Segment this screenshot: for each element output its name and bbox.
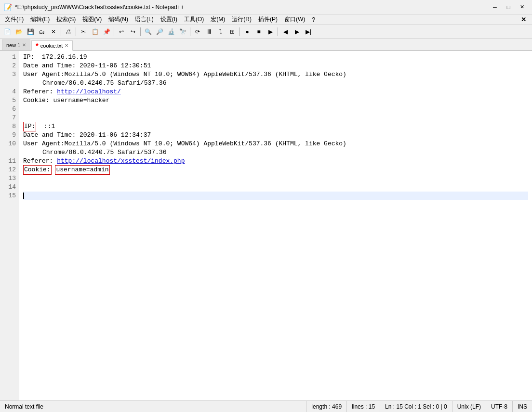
code-line-6 bbox=[23, 105, 528, 114]
line-num-3b bbox=[0, 79, 19, 88]
menu-window[interactable]: 窗口(W) bbox=[281, 14, 308, 25]
line-num-8: 8 bbox=[0, 122, 19, 131]
tab-cookie-label: cookie.txt bbox=[40, 43, 63, 49]
line-num-3: 3 bbox=[0, 70, 19, 79]
line-num-5: 5 bbox=[0, 96, 19, 105]
tab-new1-label: new 1 bbox=[6, 42, 20, 48]
tb-find[interactable]: 🔍 bbox=[143, 26, 153, 37]
status-lines: lines : 15 bbox=[347, 401, 380, 412]
menu-encode[interactable]: 编码(N) bbox=[106, 14, 131, 25]
status-encoding: UTF-8 bbox=[486, 401, 513, 412]
line-num-9: 9 bbox=[0, 131, 19, 140]
tab-bar: new 1 ✕ * cookie.txt ✕ bbox=[0, 39, 532, 51]
code-line-3b: Chrome/86.0.4240.75 Safari/537.36 bbox=[23, 79, 528, 88]
tb-zoom[interactable]: 🔭 bbox=[177, 26, 188, 37]
line-num-10b bbox=[0, 148, 19, 157]
status-mode: INS bbox=[513, 401, 532, 412]
status-position: Ln : 15 Col : 1 Sel : 0 | 0 bbox=[380, 401, 452, 412]
status-lineending: Unix (LF) bbox=[452, 401, 486, 412]
tb-next[interactable]: ▶ bbox=[292, 26, 302, 37]
minimize-button[interactable]: ─ bbox=[489, 2, 501, 12]
close-button[interactable]: ✕ bbox=[516, 2, 528, 12]
line-num-4: 4 bbox=[0, 88, 19, 96]
cookie-highlight-12: Cookie: bbox=[23, 165, 52, 175]
tb-sep6 bbox=[239, 27, 240, 36]
menu-view[interactable]: 视图(V) bbox=[80, 14, 105, 25]
tb-zoomin[interactable]: 🔬 bbox=[166, 26, 176, 37]
code-line-3: User Agent:Mozilla/5.0 (Windows NT 10.0;… bbox=[23, 70, 528, 79]
link-localhost[interactable]: http://localhost/ bbox=[57, 88, 121, 95]
tb-mono[interactable]: Ⅲ bbox=[204, 26, 214, 37]
line-num-13: 13 bbox=[0, 174, 19, 183]
menu-search[interactable]: 搜索(S) bbox=[53, 14, 79, 25]
tab-new1[interactable]: new 1 ✕ bbox=[2, 39, 30, 50]
line-num-6: 6 bbox=[0, 105, 19, 114]
line-num-7: 7 bbox=[0, 114, 19, 122]
code-line-1: IP: 172.26.16.19 bbox=[23, 53, 528, 62]
tb-sep5 bbox=[190, 27, 190, 36]
tb-sync[interactable]: ⟳ bbox=[192, 26, 203, 37]
tb-sep1 bbox=[61, 27, 61, 36]
tab-cookie-modified-icon: * bbox=[36, 42, 38, 50]
tb-print[interactable]: 🖨 bbox=[63, 26, 74, 37]
code-line-8: IP: ::1 bbox=[23, 122, 528, 131]
window-title: *E:\phpstudy_pro\WWW\CrackTest\xsstest\c… bbox=[15, 4, 184, 11]
tb-sep7 bbox=[278, 27, 278, 36]
maximize-button[interactable]: □ bbox=[502, 2, 515, 12]
menu-help[interactable]: ? bbox=[309, 15, 318, 24]
tb-close[interactable]: ✕ bbox=[48, 26, 59, 37]
tb-macro3[interactable]: ▶ bbox=[265, 26, 276, 37]
status-filetype: Normal text file bbox=[0, 401, 306, 412]
code-line-14 bbox=[23, 183, 528, 192]
menu-macro[interactable]: 宏(M) bbox=[208, 14, 228, 25]
status-bar: Normal text file length : 469 lines : 15… bbox=[0, 400, 532, 412]
tb-new[interactable]: 📄 bbox=[2, 26, 13, 37]
tab-new1-close[interactable]: ✕ bbox=[22, 42, 26, 48]
status-length: length : 469 bbox=[306, 401, 347, 412]
tb-last[interactable]: ▶| bbox=[303, 26, 314, 37]
tb-copy[interactable]: 📋 bbox=[90, 26, 100, 37]
line-num-11: 11 bbox=[0, 157, 19, 166]
menu-file[interactable]: 文件(F) bbox=[2, 14, 27, 25]
menu-plugins[interactable]: 插件(P) bbox=[255, 14, 280, 25]
tb-indent[interactable]: ⊞ bbox=[227, 26, 238, 37]
menu-edit[interactable]: 编辑(E) bbox=[27, 14, 53, 25]
code-line-9: Date and Time: 2020-11-06 12:34:37 bbox=[23, 131, 528, 140]
link-xsstest[interactable]: http://localhost/xsstest/index.php bbox=[57, 157, 185, 165]
tb-open[interactable]: 📂 bbox=[13, 26, 24, 37]
menu-settings[interactable]: 设置(I) bbox=[158, 14, 180, 25]
line-num-10: 10 bbox=[0, 140, 19, 148]
tb-redo[interactable]: ↪ bbox=[128, 26, 138, 37]
code-line-5: Cookie: username=hacker bbox=[23, 96, 528, 105]
value-highlight-12: username=admin bbox=[55, 165, 109, 175]
menu-close-button[interactable]: ✕ bbox=[517, 15, 530, 24]
tb-replace[interactable]: 🔎 bbox=[154, 26, 165, 37]
line-num-14: 14 bbox=[0, 183, 19, 192]
menu-lang[interactable]: 语言(L) bbox=[132, 14, 157, 25]
title-bar: 📝 *E:\phpstudy_pro\WWW\CrackTest\xsstest… bbox=[0, 0, 532, 14]
line-num-12: 12 bbox=[0, 166, 19, 174]
code-area[interactable]: IP: 172.26.16.19 Date and Time: 2020-11-… bbox=[19, 51, 532, 400]
menu-tools[interactable]: 工具(O) bbox=[181, 14, 207, 25]
line-num-15: 15 bbox=[0, 192, 19, 200]
tb-saveall[interactable]: 🗂 bbox=[37, 26, 47, 37]
code-line-4: Referer: http://localhost/ bbox=[23, 88, 528, 96]
tb-prev[interactable]: ◀ bbox=[280, 26, 291, 37]
tb-paste[interactable]: 📌 bbox=[101, 26, 112, 37]
code-line-15 bbox=[23, 192, 528, 200]
tab-cookie-close[interactable]: ✕ bbox=[65, 43, 68, 48]
tb-macro1[interactable]: ● bbox=[242, 26, 253, 37]
tb-sep2 bbox=[76, 27, 76, 36]
menu-bar: 文件(F) 编辑(E) 搜索(S) 视图(V) 编码(N) 语言(L) 设置(I… bbox=[0, 14, 532, 25]
tb-macro2[interactable]: ■ bbox=[253, 26, 264, 37]
tb-wrap[interactable]: ⤵ bbox=[215, 26, 226, 37]
menu-run[interactable]: 运行(R) bbox=[229, 14, 254, 25]
line-num-1: 1 bbox=[0, 53, 19, 62]
editor-container: 1 2 3 4 5 6 7 8 9 10 11 12 13 14 15 IP: … bbox=[0, 51, 532, 400]
code-line-7 bbox=[23, 114, 528, 122]
tb-undo[interactable]: ↩ bbox=[116, 26, 127, 37]
tb-cut[interactable]: ✂ bbox=[78, 26, 89, 37]
tab-cookie[interactable]: * cookie.txt ✕ bbox=[31, 40, 73, 51]
code-line-10: User Agent:Mozilla/5.0 (Windows NT 10.0;… bbox=[23, 140, 528, 148]
tb-save[interactable]: 💾 bbox=[25, 26, 36, 37]
